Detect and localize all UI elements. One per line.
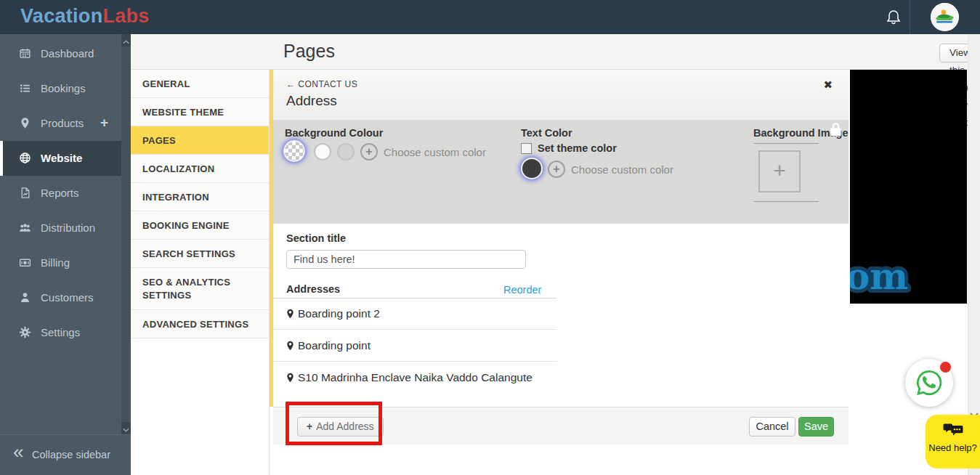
sidebar-item-label: Billing [41, 256, 70, 269]
page-header: Pages View this page in new window → [131, 34, 968, 70]
back-to-contact-us-link[interactable]: ← CONTACT US [286, 79, 357, 89]
sidebar-item-label: Reports [41, 187, 79, 199]
chat-icon [943, 423, 963, 437]
map-pin-icon [285, 308, 296, 322]
app-root: VacationLabs Dashboard Bookings Pro [0, 0, 980, 475]
panel-footer: +Add Address Cancel Save [273, 407, 849, 444]
website-subnav: GENERAL WEBSITE THEME PAGES LOCALIZATION… [131, 70, 270, 475]
tab-localization[interactable]: LOCALIZATION [131, 155, 269, 183]
add-product-button[interactable]: + [100, 115, 108, 131]
notification-dot [940, 362, 951, 373]
report-icon [19, 187, 31, 199]
sidebar-scrollbar[interactable] [121, 34, 131, 434]
notifications-bell-icon[interactable] [885, 8, 902, 27]
addresses-label: Addresses [286, 283, 340, 295]
choose-custom-color-label: Choose custom color [384, 146, 486, 158]
back-label: CONTACT US [298, 79, 357, 89]
section-title-label: Section title [286, 232, 346, 244]
need-help-button[interactable]: Need help? [926, 415, 980, 468]
calendar-icon [19, 47, 31, 60]
need-help-label: Need help? [926, 442, 980, 453]
address-text: Boarding point 2 [298, 307, 380, 320]
cancel-button[interactable]: Cancel [749, 417, 795, 437]
group-icon [19, 222, 31, 234]
sidebar-item-bookings[interactable]: Bookings [0, 71, 131, 106]
sidebar-item-label: Distribution [41, 222, 95, 234]
add-address-label: Add Address [316, 421, 373, 432]
set-theme-color-checkbox[interactable] [521, 143, 532, 154]
background-image-upload-button[interactable]: + [758, 150, 801, 192]
topbar-divider [910, 0, 910, 34]
scroll-up-icon[interactable] [121, 34, 131, 46]
panel-title: Address [286, 93, 337, 109]
tab-website-theme[interactable]: WEBSITE THEME [131, 98, 269, 126]
tab-general[interactable]: GENERAL [131, 70, 269, 98]
sidebar-item-billing[interactable]: Billing [0, 245, 131, 280]
map-pin-icon [19, 117, 31, 129]
address-text: S10 Madrinha Enclave Naika Vaddo Calangu… [298, 371, 532, 384]
address-row[interactable]: Boarding point 2 [273, 299, 556, 330]
sidebar-item-reports[interactable]: Reports [0, 176, 131, 211]
collapse-label: Collapse sidebar [32, 449, 110, 460]
add-custom-bg-color-button[interactable]: + [360, 143, 378, 161]
plus-icon: + [307, 421, 312, 432]
sidebar: Dashboard Bookings Products + Website Re… [0, 34, 131, 434]
reorder-link[interactable]: Reorder [503, 284, 541, 296]
add-address-button[interactable]: +Add Address [297, 417, 384, 437]
transparent-swatch-selected[interactable] [285, 142, 304, 161]
website-preview-strip: om [850, 70, 967, 304]
sidebar-item-label: Products [41, 117, 84, 129]
sidebar-item-label: Website [41, 152, 82, 164]
dark-text-swatch-selected[interactable] [522, 159, 541, 178]
account-avatar[interactable] [931, 3, 959, 31]
user-icon [19, 291, 31, 304]
sidebar-item-website[interactable]: Website [0, 141, 131, 176]
add-custom-text-color-button[interactable]: + [548, 161, 565, 178]
tab-integration[interactable]: INTEGRATION [131, 183, 269, 211]
background-colour-label: Background Colour [285, 127, 383, 139]
editor-panel-header: ← CONTACT US Address ✖ [273, 70, 849, 120]
text-color-label: Text Color [521, 127, 572, 139]
collapse-chevrons-icon: « [13, 441, 23, 463]
gray-swatch[interactable] [337, 143, 355, 161]
brand-part1: Vacation [20, 5, 102, 27]
style-settings-band: Background Colour + Choose custom color … [273, 120, 849, 224]
section-title-input[interactable] [286, 250, 526, 269]
close-icon[interactable]: ✖ [823, 78, 833, 92]
page-title: Pages [283, 41, 335, 62]
section-content: Section title Addresses Reorder Boarding… [273, 224, 849, 407]
sidebar-item-products[interactable]: Products + [0, 106, 131, 141]
divider [753, 201, 819, 202]
choose-custom-text-color-label: Choose custom color [571, 163, 673, 176]
save-button[interactable]: Save [798, 417, 834, 437]
tab-search-settings[interactable]: SEARCH SETTINGS [131, 240, 269, 268]
scroll-down-icon[interactable] [121, 422, 131, 434]
lock-icon [827, 120, 844, 142]
tab-advanced-settings[interactable]: ADVANCED SETTINGS [131, 310, 269, 338]
billing-icon [19, 256, 31, 269]
page-scrollbar[interactable] [968, 34, 980, 475]
tab-booking-engine[interactable]: BOOKING ENGINE [131, 211, 269, 240]
list-icon [19, 82, 31, 94]
sidebar-item-customers[interactable]: Customers [0, 280, 131, 315]
collapse-sidebar-button[interactable]: « Collapse sidebar [0, 434, 131, 475]
address-row[interactable]: S10 Madrinha Enclave Naika Vaddo Calangu… [273, 362, 556, 394]
tab-seo-analytics-settings[interactable]: SEO & ANALYTICS SETTINGS [131, 268, 269, 310]
map-pin-icon [285, 372, 296, 386]
sidebar-item-settings[interactable]: Settings [0, 315, 131, 350]
sidebar-item-label: Customers [41, 291, 94, 304]
sidebar-item-distribution[interactable]: Distribution [0, 211, 131, 245]
map-pin-icon [285, 340, 296, 354]
sidebar-item-dashboard[interactable]: Dashboard [0, 36, 131, 71]
brand-logo[interactable]: VacationLabs [20, 5, 150, 28]
globe-icon [19, 152, 31, 164]
set-theme-color-label: Set theme color [538, 142, 617, 154]
white-swatch[interactable] [314, 143, 331, 161]
sidebar-item-label: Settings [41, 326, 80, 338]
back-arrow-icon: ← [286, 79, 296, 89]
address-row[interactable]: Boarding point [273, 330, 556, 362]
whatsapp-icon [915, 368, 944, 397]
preview-partial-text: om [850, 255, 908, 298]
tab-pages[interactable]: PAGES [131, 126, 269, 155]
top-bar: VacationLabs [0, 0, 980, 34]
